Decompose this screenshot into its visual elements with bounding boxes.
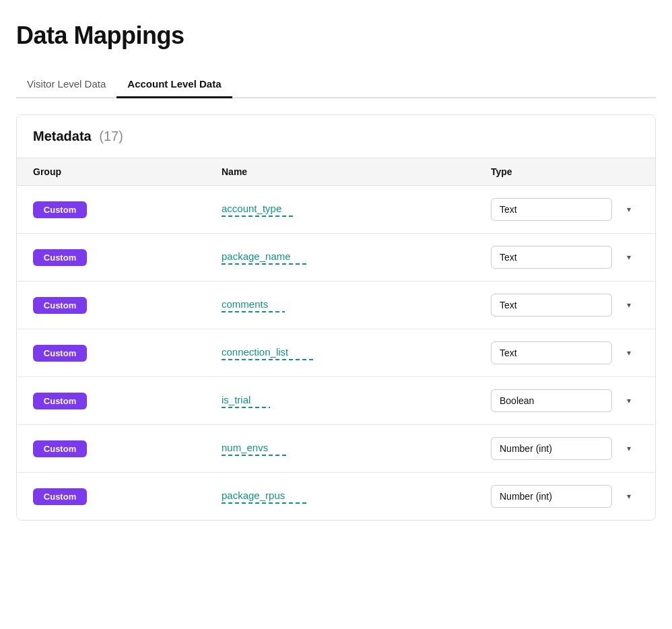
tab-visitor-level-data[interactable]: Visitor Level Data [16, 71, 116, 98]
name-cell: comments [222, 298, 491, 312]
group-badge: Custom [33, 249, 87, 266]
field-underline [222, 455, 286, 456]
table-row: Custom connection_list Text Boolean Numb… [17, 329, 655, 377]
table-row: Custom package_rpus Text Boolean Number … [17, 473, 655, 520]
metadata-label: Metadata [33, 129, 92, 143]
field-underline [222, 502, 308, 504]
type-select-wrapper: Text Boolean Number (int) Number (float)… [491, 246, 639, 269]
group-cell: Custom [33, 440, 222, 457]
field-underline [222, 359, 316, 360]
type-cell: Text Boolean Number (int) Number (float)… [491, 198, 639, 221]
type-select-connection-list[interactable]: Text Boolean Number (int) Number (float)… [491, 341, 612, 364]
chevron-down-icon: ▾ [627, 444, 631, 453]
type-select-account-type[interactable]: Text Boolean Number (int) Number (float)… [491, 198, 612, 221]
group-cell: Custom [33, 297, 222, 314]
chevron-down-icon: ▾ [627, 300, 631, 310]
chevron-down-icon: ▾ [627, 492, 631, 501]
group-badge: Custom [33, 440, 87, 457]
chevron-down-icon: ▾ [627, 348, 631, 358]
table-row: Custom account_type Text Boolean Number … [17, 186, 655, 234]
type-cell: Text Boolean Number (int) Number (float)… [491, 341, 639, 364]
table-row: Custom is_trial Text Boolean Number (int… [17, 377, 655, 425]
field-underline [222, 263, 306, 265]
type-select-wrapper: Text Boolean Number (int) Number (float)… [491, 198, 639, 221]
name-cell: is_trial [222, 394, 491, 408]
type-select-wrapper: Text Boolean Number (int) Number (float)… [491, 389, 639, 412]
name-cell: package_name [222, 251, 491, 265]
group-badge: Custom [33, 393, 87, 409]
group-badge: Custom [33, 297, 87, 314]
field-name-connection-list[interactable]: connection_list [222, 346, 491, 360]
group-cell: Custom [33, 249, 222, 266]
tab-account-level-data[interactable]: Account Level Data [116, 71, 232, 98]
table-row: Custom comments Text Boolean Number (int… [17, 282, 655, 329]
type-select-wrapper: Text Boolean Number (int) Number (float)… [491, 294, 639, 317]
metadata-count: (17) [99, 129, 123, 143]
type-select-comments[interactable]: Text Boolean Number (int) Number (float)… [491, 294, 612, 317]
group-badge: Custom [33, 345, 87, 362]
page-container: Data Mappings Visitor Level Data Account… [0, 0, 672, 537]
group-cell: Custom [33, 488, 222, 505]
type-cell: Text Boolean Number (int) Number (float)… [491, 294, 639, 317]
type-select-package-rpus[interactable]: Text Boolean Number (int) Number (float)… [491, 485, 612, 508]
type-select-wrapper: Text Boolean Number (int) Number (float)… [491, 437, 639, 460]
type-select-num-envs[interactable]: Text Boolean Number (int) Number (float)… [491, 437, 612, 460]
name-cell: num_envs [222, 442, 491, 456]
column-header-type: Type [491, 166, 639, 177]
group-cell: Custom [33, 345, 222, 362]
chevron-down-icon: ▾ [627, 396, 631, 405]
metadata-header: Metadata (17) [17, 115, 655, 158]
table-row: Custom package_name Text Boolean Number … [17, 234, 655, 282]
field-underline [222, 216, 296, 217]
field-name-package-rpus[interactable]: package_rpus [222, 490, 491, 504]
field-name-num-envs[interactable]: num_envs [222, 442, 491, 456]
name-cell: connection_list [222, 346, 491, 360]
field-name-comments[interactable]: comments [222, 298, 491, 312]
type-select-is-trial[interactable]: Text Boolean Number (int) Number (float)… [491, 389, 612, 412]
tabs-container: Visitor Level Data Account Level Data [16, 71, 656, 98]
type-select-package-name[interactable]: Text Boolean Number (int) Number (float)… [491, 246, 612, 269]
name-cell: account_type [222, 203, 491, 217]
field-name-account-type[interactable]: account_type [222, 203, 491, 217]
table-row: Custom num_envs Text Boolean Number (int… [17, 425, 655, 473]
field-name-is-trial[interactable]: is_trial [222, 394, 491, 408]
type-cell: Text Boolean Number (int) Number (float)… [491, 437, 639, 460]
group-cell: Custom [33, 393, 222, 409]
type-select-wrapper: Text Boolean Number (int) Number (float)… [491, 485, 639, 508]
group-cell: Custom [33, 201, 222, 218]
type-cell: Text Boolean Number (int) Number (float)… [491, 389, 639, 412]
column-header-group: Group [33, 166, 222, 177]
chevron-down-icon: ▾ [627, 253, 631, 262]
name-cell: package_rpus [222, 490, 491, 504]
chevron-down-icon: ▾ [627, 205, 631, 214]
table-header: Group Name Type [17, 158, 655, 186]
field-underline [222, 407, 270, 408]
field-underline [222, 311, 285, 312]
group-badge: Custom [33, 488, 87, 505]
type-select-wrapper: Text Boolean Number (int) Number (float)… [491, 341, 639, 364]
type-cell: Text Boolean Number (int) Number (float)… [491, 246, 639, 269]
type-cell: Text Boolean Number (int) Number (float)… [491, 485, 639, 508]
page-title: Data Mappings [16, 22, 656, 50]
metadata-card: Metadata (17) Group Name Type Custom acc… [16, 114, 656, 521]
column-header-name: Name [222, 166, 491, 177]
group-badge: Custom [33, 201, 87, 218]
field-name-package-name[interactable]: package_name [222, 251, 491, 265]
